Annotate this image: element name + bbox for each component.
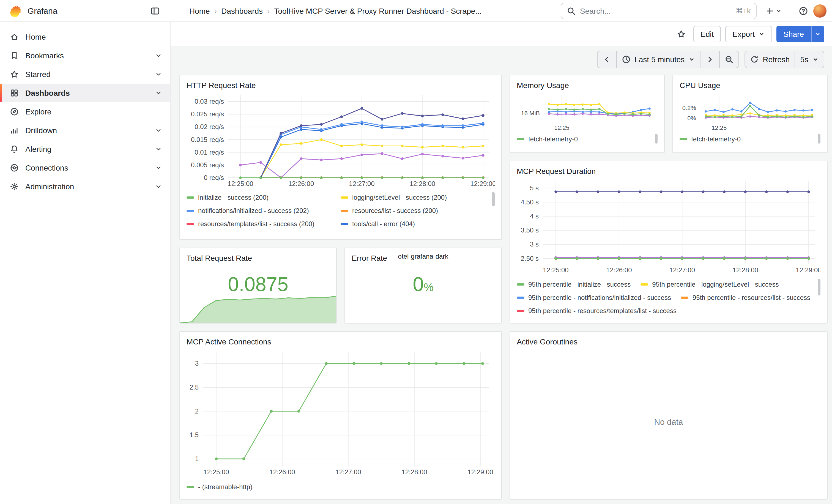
legend-series-label: resources/templates/list - success (200) bbox=[198, 220, 314, 228]
svg-text:12:26:00: 12:26:00 bbox=[606, 266, 632, 274]
legend-item[interactable]: resources/templates/list - success (200) bbox=[186, 217, 341, 231]
favorite-button[interactable] bbox=[674, 26, 689, 42]
http-request-rate-chart[interactable]: 12:25:0012:26:0012:27:0012:28:0012:29:00… bbox=[186, 92, 495, 190]
legend-item[interactable]: notifications/initialized - success (202… bbox=[186, 204, 341, 217]
chart-canvas bbox=[180, 292, 336, 323]
refresh-group: Refresh 5s bbox=[745, 51, 824, 68]
legend-item[interactable]: initialize - success (200) bbox=[186, 191, 341, 204]
chevron-down-icon bbox=[155, 145, 162, 153]
legend-series-label: logging/setLevel - success (200) bbox=[352, 194, 447, 202]
panel-title: MCP Request Duration bbox=[517, 164, 821, 178]
svg-text:12:25:00: 12:25:00 bbox=[543, 266, 568, 274]
svg-text:2.5: 2.5 bbox=[189, 383, 199, 391]
cpu-usage-chart[interactable]: 12:250.2%0% bbox=[680, 92, 821, 132]
edit-button[interactable]: Edit bbox=[693, 26, 721, 43]
grafana-logo-icon[interactable] bbox=[9, 5, 21, 17]
chevron-down-icon bbox=[155, 127, 162, 134]
refresh-interval-label: 5s bbox=[800, 55, 808, 64]
legend-series-label: fetch-telemetry-0 bbox=[528, 135, 578, 143]
sidebar-item-bookmarks[interactable]: Bookmarks bbox=[0, 46, 170, 65]
sidebar-item-connections[interactable]: Connections bbox=[0, 158, 170, 177]
time-shift-forward-button[interactable] bbox=[701, 51, 720, 68]
refresh-button[interactable]: Refresh bbox=[745, 51, 795, 68]
panel-title: Active Goroutines bbox=[517, 335, 821, 348]
sidebar-item-label: Administration bbox=[25, 182, 148, 191]
legend-series-label: - (streamable-http) bbox=[198, 483, 252, 491]
add-new-button[interactable] bbox=[763, 3, 784, 19]
stat-number: 0 bbox=[413, 273, 424, 295]
refresh-icon bbox=[750, 55, 759, 64]
svg-text:12:29:00: 12:29:00 bbox=[467, 468, 493, 476]
sidebar-item-home[interactable]: Home bbox=[0, 27, 170, 46]
legend-scrollbar[interactable] bbox=[818, 134, 821, 143]
app-body: Home Bookmarks Starred Dashboards bbox=[0, 22, 832, 504]
avatar[interactable] bbox=[813, 4, 827, 17]
legend-item[interactable]: tools/call - success (200) bbox=[186, 231, 341, 235]
export-button[interactable]: Export bbox=[725, 26, 772, 43]
legend-item[interactable]: tools/call - error (404) bbox=[341, 217, 495, 231]
legend-item[interactable]: 95th percentile - resources/templates/li… bbox=[517, 304, 677, 317]
dashboard-column-left: HTTP Request Rate 12:25:0012:26:0012:27:… bbox=[179, 75, 502, 500]
legend-item[interactable]: 95th percentile - resources/list - succe… bbox=[681, 291, 810, 304]
legend-item[interactable]: - (streamable-http) bbox=[186, 480, 252, 494]
legend-series-label: tools/call - success (200) bbox=[198, 233, 271, 235]
time-shift-back-button[interactable] bbox=[598, 51, 617, 68]
zoom-out-button[interactable] bbox=[720, 51, 738, 68]
legend-item[interactable]: tools/list - success (200) bbox=[341, 231, 495, 235]
breadcrumb-separator: › bbox=[214, 6, 217, 15]
memory-usage-chart[interactable]: 12:2516 MiB bbox=[517, 92, 657, 132]
legend-series-marker bbox=[186, 196, 194, 198]
search-input[interactable]: Search... ⌘+k bbox=[561, 2, 757, 19]
panel-error-rate: otel-grafana-dark Error Rate 0% bbox=[344, 247, 502, 323]
legend-scrollbar[interactable] bbox=[655, 134, 657, 143]
sidebar-item-starred[interactable]: Starred bbox=[0, 65, 170, 84]
legend-item[interactable]: fetch-telemetry-0 bbox=[680, 133, 740, 146]
duration-legend: 95th percentile - initialize - success95… bbox=[517, 278, 821, 319]
legend-series-marker bbox=[681, 297, 688, 299]
time-range-group: Last 5 minutes bbox=[597, 51, 739, 68]
memcpu-row: Memory Usage 12:2516 MiB fetch-telemetry… bbox=[510, 75, 828, 153]
legend-item[interactable]: fetch-telemetry-0 bbox=[517, 133, 578, 146]
svg-text:4.50 s: 4.50 s bbox=[521, 198, 539, 206]
legend-item[interactable]: 95th percentile - logging/setLevel - suc… bbox=[641, 278, 779, 291]
svg-text:0.015 req/s: 0.015 req/s bbox=[191, 136, 224, 143]
help-button[interactable] bbox=[796, 3, 811, 19]
breadcrumb-current: ToolHive MCP Server & Proxy Runner Dashb… bbox=[274, 6, 482, 15]
legend-series-marker bbox=[341, 196, 348, 198]
total-request-rate-sparkline bbox=[180, 292, 336, 323]
refresh-interval-picker[interactable]: 5s bbox=[795, 51, 824, 68]
breadcrumb-home[interactable]: Home bbox=[189, 6, 210, 15]
share-button[interactable]: Share bbox=[776, 26, 811, 43]
mcp-active-connections-chart[interactable]: 12:25:0012:26:0012:27:0012:28:0012:29:00… bbox=[186, 348, 495, 479]
share-menu-button[interactable] bbox=[811, 26, 824, 43]
legend-scrollbar[interactable] bbox=[492, 192, 495, 206]
svg-text:1: 1 bbox=[195, 455, 199, 462]
export-label: Export bbox=[732, 30, 755, 38]
legend-item[interactable]: resources/list - success (200) bbox=[341, 204, 495, 217]
sidebar-item-administration[interactable]: Administration bbox=[0, 177, 170, 196]
sidebar-item-drilldown[interactable]: Drilldown bbox=[0, 121, 170, 140]
chevron-down-icon bbox=[758, 31, 764, 37]
legend-item[interactable]: logging/setLevel - success (200) bbox=[341, 191, 495, 204]
breadcrumb-dashboards[interactable]: Dashboards bbox=[221, 6, 263, 15]
svg-text:1.5: 1.5 bbox=[189, 431, 199, 439]
svg-text:2.50 s: 2.50 s bbox=[521, 255, 539, 262]
stats-row: Total Request Rate 0.0875 otel-grafana-d… bbox=[179, 247, 502, 323]
http-legend: initialize - success (200)logging/setLev… bbox=[186, 191, 495, 235]
panel-total-request-rate: Total Request Rate 0.0875 bbox=[179, 247, 337, 323]
legend-scrollbar[interactable] bbox=[818, 279, 821, 295]
svg-text:12:29:00: 12:29:00 bbox=[796, 266, 821, 274]
mcp-request-duration-chart[interactable]: 12:25:0012:26:0012:27:0012:28:0012:29:00… bbox=[517, 178, 821, 277]
header-brand-section: Grafana bbox=[0, 3, 171, 19]
sidebar-item-alerting[interactable]: Alerting bbox=[0, 140, 170, 158]
legend-series-marker bbox=[641, 283, 648, 286]
legend-series-marker bbox=[341, 210, 348, 212]
sidebar-toggle-button[interactable] bbox=[148, 3, 163, 19]
sidebar-item-dashboards[interactable]: Dashboards bbox=[0, 84, 170, 102]
legend-item[interactable]: 95th percentile - initialize - success bbox=[517, 278, 631, 291]
legend-item[interactable]: 95th percentile - notifications/initiali… bbox=[517, 291, 671, 304]
time-range-picker[interactable]: Last 5 minutes bbox=[617, 51, 701, 68]
svg-text:0.02 req/s: 0.02 req/s bbox=[194, 123, 224, 130]
svg-text:3: 3 bbox=[195, 360, 199, 367]
sidebar-item-explore[interactable]: Explore bbox=[0, 102, 170, 121]
